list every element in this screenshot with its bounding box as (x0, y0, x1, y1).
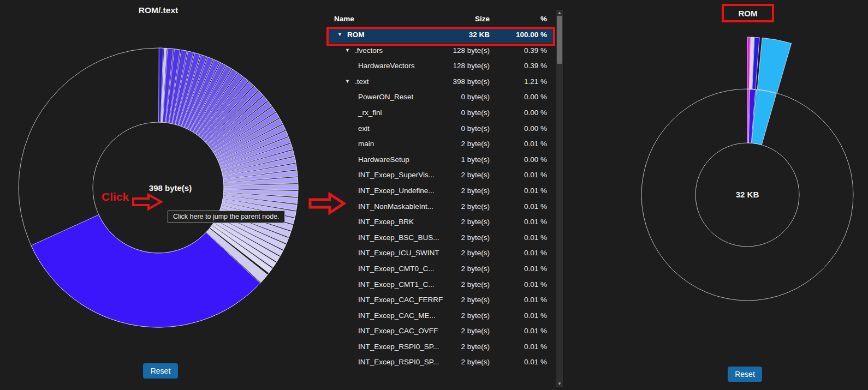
row-size: 128 byte(s) (453, 62, 490, 70)
row-size: 2 byte(s) (461, 311, 490, 320)
row-percent: 0.01 % (524, 249, 547, 257)
table-row[interactable]: INT_Excep_BRK2 byte(s)0.01 % (328, 214, 554, 230)
row-name: INT_Excep_RSPI0_SP... (358, 343, 439, 351)
row-size: 2 byte(s) (461, 296, 490, 304)
row-percent: 0.01 % (524, 187, 547, 195)
table-header: Name Size % (328, 11, 554, 27)
row-percent: 0.01 % (524, 140, 547, 148)
expand-triangle-icon[interactable]: ▼ (345, 79, 350, 84)
sunburst-slice[interactable] (757, 38, 791, 93)
row-size: 2 byte(s) (461, 358, 490, 366)
row-name: INT_Excep_BRK (358, 218, 414, 226)
donut-center-left[interactable]: 398 byte(s) (116, 183, 225, 193)
table-row[interactable]: INT_Excep_RSPI0_SP...2 byte(s)0.01 % (328, 355, 554, 370)
row-size: 0 byte(s) (461, 124, 490, 133)
row-name: _rx_fini (358, 109, 382, 117)
table-row[interactable]: INT_Excep_SuperVis...2 byte(s)0.01 % (328, 167, 554, 183)
table-row[interactable]: INT_Excep_CMT1_C...2 byte(s)0.01 % (328, 277, 554, 293)
row-size: 0 byte(s) (461, 109, 490, 117)
reset-button-left[interactable]: Reset (143, 363, 178, 379)
scrollbar-thumb[interactable] (557, 16, 562, 64)
expand-triangle-icon[interactable]: ▼ (337, 32, 342, 37)
expand-triangle-icon[interactable]: ▼ (345, 47, 350, 53)
table-row[interactable]: INT_Excep_BSC_BUS...2 byte(s)0.01 % (328, 230, 554, 246)
table-row[interactable]: INT_Excep_ICU_SWINT2 byte(s)0.01 % (328, 245, 554, 261)
row-name: INT_Excep_CAC_ME... (358, 311, 436, 320)
row-percent: 0.01 % (524, 343, 547, 351)
table-row[interactable]: INT_Excep_RSPI0_SP...2 byte(s)0.01 % (328, 339, 554, 355)
reset-button-right[interactable]: Reset (728, 367, 762, 382)
row-name: INT_Excep_CAC_OVFF (358, 327, 438, 335)
row-size: 2 byte(s) (461, 218, 490, 226)
row-percent: 100.00 % (516, 31, 547, 39)
table-body: ▼ROM32 KB100.00 %▼.fvectors128 byte(s)0.… (328, 27, 554, 370)
row-name: INT_Excep_ICU_SWINT (358, 249, 439, 257)
row-percent: 0.01 % (524, 202, 547, 211)
scroll-down-icon[interactable]: ▼ (556, 381, 563, 387)
row-size: 32 KB (469, 31, 490, 39)
row-size: 398 byte(s) (453, 77, 490, 86)
table-scrollbar[interactable]: ▲ ▼ (556, 10, 563, 387)
row-size: 2 byte(s) (461, 280, 490, 289)
table-row[interactable]: ▼.text398 byte(s)1.21 % (328, 74, 554, 90)
row-size: 2 byte(s) (461, 233, 490, 242)
right-chart-title-annotation-box: ROM (722, 4, 774, 22)
row-name: main (358, 140, 374, 148)
row-name: INT_Excep_BSC_BUS... (358, 233, 439, 242)
row-name: INT_Excep_RSPI0_SP... (358, 358, 439, 366)
row-size: 2 byte(s) (461, 343, 490, 351)
row-size: 2 byte(s) (461, 202, 490, 211)
table-row[interactable]: ▼.fvectors128 byte(s)0.39 % (328, 43, 554, 59)
table-row[interactable]: PowerON_Reset0 byte(s)0.00 % (328, 89, 554, 105)
row-percent: 0.01 % (524, 218, 547, 226)
table-row[interactable]: INT_Excep_CAC_ME...2 byte(s)0.01 % (328, 308, 554, 324)
column-header-percent[interactable]: % (540, 15, 547, 23)
table-row[interactable]: main2 byte(s)0.01 % (328, 136, 554, 152)
table-row[interactable]: INT_Excep_CAC_FERRF2 byte(s)0.01 % (328, 292, 554, 308)
row-name: INT_Excep_CMT1_C... (358, 280, 435, 289)
row-size: 2 byte(s) (461, 265, 490, 273)
row-name: INT_Excep_CAC_FERRF (358, 296, 443, 304)
left-chart-title: ROM/.text (76, 5, 240, 15)
row-name: ▼.fvectors (345, 46, 383, 55)
row-percent: 0.01 % (524, 296, 547, 304)
table-row[interactable]: INT_Excep_Undefine...2 byte(s)0.01 % (328, 183, 554, 199)
row-percent: 0.01 % (524, 265, 547, 273)
table-row[interactable]: _rx_fini0 byte(s)0.00 % (328, 105, 554, 121)
row-name: INT_Excep_SuperVis... (358, 171, 435, 179)
row-percent: 0.39 % (524, 62, 547, 70)
sunburst-right[interactable] (641, 37, 853, 301)
memory-usage-view: ROM/.text 398 byte(s) Click Click here t… (0, 0, 868, 390)
column-header-name[interactable]: Name (334, 15, 354, 23)
row-percent: 0.00 % (524, 109, 547, 117)
row-name: exit (358, 124, 370, 133)
row-name: HardwareVectors (358, 62, 415, 70)
row-percent: 0.00 % (524, 155, 547, 164)
row-percent: 0.39 % (524, 46, 547, 55)
table-row[interactable]: ▼ROM32 KB100.00 % (328, 27, 554, 43)
row-percent: 0.01 % (524, 358, 547, 366)
table-row[interactable]: INT_NonMaskableInt...2 byte(s)0.01 % (328, 199, 554, 215)
column-header-size[interactable]: Size (475, 15, 490, 23)
row-size: 2 byte(s) (461, 140, 490, 148)
row-percent: 0.01 % (524, 233, 547, 242)
row-percent: 0.01 % (524, 171, 547, 179)
table-row[interactable]: HardwareSetup1 byte(s)0.00 % (328, 152, 554, 168)
click-annotation-label: Click (102, 190, 129, 203)
memory-table: Name Size % ▼ROM32 KB100.00 %▼.fvectors1… (328, 11, 554, 370)
row-size: 2 byte(s) (461, 171, 490, 179)
row-name: PowerON_Reset (358, 93, 413, 101)
table-row[interactable]: INT_Excep_CAC_OVFF2 byte(s)0.01 % (328, 323, 554, 339)
jump-parent-tooltip: Click here to jump the parent node. (168, 211, 285, 223)
row-name: ▼.text (345, 77, 368, 86)
table-row[interactable]: HardwareVectors128 byte(s)0.39 % (328, 58, 554, 74)
table-row[interactable]: exit0 byte(s)0.00 % (328, 121, 554, 137)
table-row[interactable]: INT_Excep_CMT0_C...2 byte(s)0.01 % (328, 261, 554, 277)
row-percent: 0.01 % (524, 327, 547, 335)
sunburst-slice[interactable] (752, 90, 776, 145)
row-size: 2 byte(s) (461, 327, 490, 335)
row-size: 128 byte(s) (453, 46, 490, 55)
donut-center-right[interactable]: 32 KB (693, 190, 802, 199)
row-name: INT_Excep_Undefine... (358, 187, 435, 195)
row-percent: 1.21 % (524, 77, 547, 86)
